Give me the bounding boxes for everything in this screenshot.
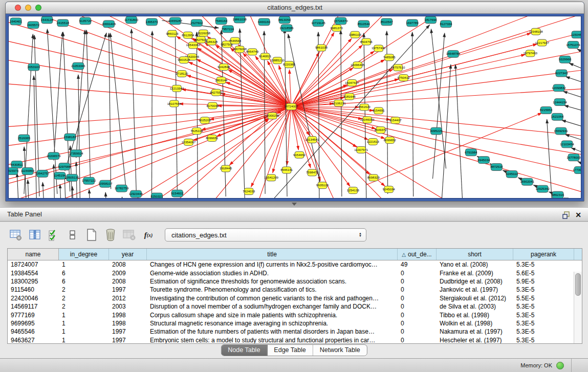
- table-cell: 22420046: [8, 295, 59, 302]
- network-node-label: 16782759: [115, 186, 129, 190]
- network-node-label: 10958107: [98, 182, 113, 185]
- network-edge: [9, 107, 291, 148]
- function-builder-icon[interactable]: f(x): [141, 228, 156, 242]
- table-scrollbar[interactable]: [574, 272, 582, 343]
- minimize-window-button[interactable]: [25, 5, 31, 11]
- network-node-label: 1145194: [54, 173, 66, 177]
- network-edge: [226, 82, 291, 106]
- network-node-label: 3181646: [343, 95, 356, 98]
- new-column-icon[interactable]: [84, 228, 99, 242]
- network-node-label: 8912954: [182, 33, 194, 37]
- network-node-label: 1527602: [190, 21, 203, 25]
- network-edge: [291, 107, 581, 198]
- network-node-label: 6466160: [258, 20, 271, 24]
- network-node-label: 16648784: [446, 52, 461, 55]
- table-row[interactable]: 2242004622012Investigating the contribut…: [8, 294, 582, 302]
- network-node-label: 20691406: [102, 22, 116, 26]
- table-cell: 5.3E-5: [513, 337, 574, 343]
- table-row[interactable]: 1830029562008Estimation of significance …: [8, 277, 582, 286]
- table-cell: 18724007: [8, 261, 59, 268]
- network-node-label: 11731800: [124, 18, 139, 21]
- network-canvas-container: 9860123891295418226058982750910543362818…: [8, 16, 581, 199]
- column-header-year[interactable]: year: [109, 249, 147, 260]
- column-header-label: pagerank: [531, 251, 556, 258]
- network-edge: [72, 186, 74, 198]
- network-edge: [455, 64, 463, 198]
- network-canvas[interactable]: 9860123891295418226058982750910543362818…: [9, 16, 581, 198]
- network-node-label: 9329966: [559, 57, 572, 61]
- network-node-label: 1395373: [145, 20, 158, 24]
- network-edge: [291, 27, 581, 107]
- network-node-label: 15541209: [264, 176, 278, 179]
- table-cell: Tibbo et al. (1998): [437, 312, 513, 319]
- table-cell: Disruption of a novel member of a sodium…: [147, 303, 398, 310]
- column-header-short[interactable]: short: [437, 249, 513, 260]
- table-cell: Corpus callosum shape and size in male p…: [147, 312, 398, 319]
- table-cell: Franke et al. (2009): [437, 270, 513, 277]
- network-node-label: 20206576: [47, 154, 61, 158]
- tab-network-table[interactable]: Network Table: [313, 345, 367, 356]
- table-cell: Dudbridge et al. (2008): [437, 278, 513, 285]
- column-header-pagerank[interactable]: pagerank: [513, 249, 574, 260]
- delete-column-icon[interactable]: [103, 228, 118, 242]
- column-header-label: in_degree: [70, 251, 97, 258]
- network-node-label: 9901524: [178, 58, 190, 61]
- network-node-label: 9297588: [58, 165, 71, 168]
- status-bar: Memory: OK: [0, 358, 588, 372]
- network-edge: [433, 33, 445, 179]
- network-node-label: 1918445: [220, 166, 232, 170]
- table-cell: 2012: [109, 295, 147, 302]
- network-node-label: 7598471: [306, 170, 319, 174]
- column-header-out_de[interactable]: △out_de...: [398, 249, 437, 260]
- show-columns-icon[interactable]: [27, 228, 42, 242]
- network-edge: [89, 189, 91, 198]
- table-select-dropdown[interactable]: citations_edges.txt ▲▼: [165, 228, 366, 242]
- table-cell: 9463627: [8, 337, 59, 343]
- table-row[interactable]: 977716911998Corpus callosum shape and si…: [8, 311, 582, 319]
- table-mode-icon[interactable]: [8, 228, 24, 242]
- network-node-label: 17957222: [82, 179, 96, 182]
- split-divider-handle[interactable]: [292, 203, 297, 206]
- table-row[interactable]: 969969511998Structural magnetic resonanc…: [8, 319, 582, 327]
- table-row[interactable]: 1872400712008Changes of HCN gene express…: [8, 260, 582, 269]
- network-node-label: 12925342: [535, 187, 550, 190]
- network-edge: [274, 25, 429, 198]
- zoom-window-button[interactable]: [35, 5, 41, 11]
- network-node-label: 12444154: [553, 100, 567, 104]
- column-header-in_degree[interactable]: in_degree: [59, 249, 109, 260]
- table-cell: 5.9E-5: [513, 278, 574, 285]
- network-node-label: 1150462: [571, 33, 581, 36]
- row-height-icon[interactable]: [65, 228, 80, 242]
- network-node-label: 4546141: [280, 168, 293, 171]
- table-cell: 18300295: [8, 278, 59, 285]
- close-window-button[interactable]: [15, 5, 21, 11]
- tab-edge-table[interactable]: Edge Table: [267, 345, 313, 356]
- table-row[interactable]: 1938455462009Genome-wide association stu…: [8, 269, 582, 277]
- table-cell: Structural magnetic resonance image aver…: [147, 320, 398, 327]
- network-node-label: 9315973: [9, 169, 19, 172]
- table-scrollbar-thumb[interactable]: [575, 273, 581, 296]
- table-row[interactable]: 946362711997Embryonic stem cells: a mode…: [8, 336, 582, 343]
- network-node-label: 1640401: [10, 19, 23, 23]
- table-row[interactable]: 911546021997Tourette syndrome. Phenomeno…: [8, 286, 582, 294]
- column-header-name[interactable]: name: [8, 249, 59, 260]
- table-tabs: Node TableEdge TableNetwork Table: [221, 344, 367, 356]
- close-panel-icon[interactable]: ✕: [574, 210, 583, 220]
- memory-status-icon[interactable]: [556, 362, 564, 369]
- network-edge: [254, 107, 291, 198]
- network-node-label: 10543362: [186, 43, 201, 47]
- table-row[interactable]: 946554611997Estimation of the future num…: [8, 327, 582, 336]
- float-panel-icon[interactable]: [561, 210, 571, 220]
- network-node-label: 9025205: [199, 118, 211, 122]
- network-node-label: 9245034: [383, 187, 396, 191]
- network-node-label: 8220365: [283, 62, 296, 66]
- table-cell: Jankovic et al. (1997): [437, 286, 513, 293]
- table-row[interactable]: 1456911722003Disruption of a novel membe…: [8, 302, 582, 311]
- window-titlebar[interactable]: citations_edges.txt: [6, 2, 584, 14]
- network-node-label: 12354067: [182, 140, 196, 144]
- delete-table-icon: [122, 228, 137, 242]
- tab-node-table[interactable]: Node Table: [221, 345, 267, 356]
- select-all-icon[interactable]: [46, 228, 61, 242]
- column-header-title[interactable]: title: [147, 249, 398, 260]
- network-node-label: 9154652: [293, 153, 306, 157]
